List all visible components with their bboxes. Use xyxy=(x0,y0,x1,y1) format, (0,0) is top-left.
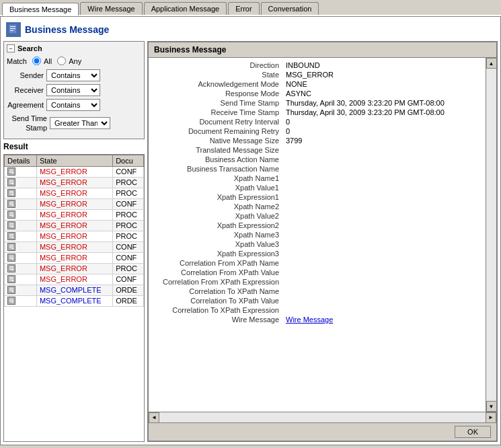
svg-rect-9 xyxy=(9,181,13,182)
send-time-select[interactable]: Greater Than xyxy=(50,117,110,129)
match-all-radio[interactable]: All xyxy=(32,57,52,65)
svg-rect-43 xyxy=(9,270,12,270)
scroll-up-btn[interactable]: ▲ xyxy=(486,58,497,69)
result-table-container[interactable]: Details State Docu MSG_ERRORCONFMSG_ERRO… xyxy=(3,154,145,442)
row-details-icon[interactable] xyxy=(5,263,37,274)
col-doc[interactable]: Docu xyxy=(113,155,144,166)
row-details-icon[interactable] xyxy=(5,209,37,220)
row-state: MSG_ERROR xyxy=(36,209,112,220)
svg-rect-47 xyxy=(9,281,12,281)
match-any-radio[interactable]: Any xyxy=(57,57,81,65)
svg-rect-31 xyxy=(9,237,12,238)
row-details-icon[interactable] xyxy=(5,188,37,198)
svg-rect-34 xyxy=(9,247,13,248)
col-state[interactable]: State xyxy=(36,155,112,166)
field-value xyxy=(283,268,486,277)
result-title: Result xyxy=(3,142,145,151)
sender-select[interactable]: Contains xyxy=(46,69,100,81)
any-radio[interactable] xyxy=(57,57,66,65)
row-details-icon[interactable] xyxy=(5,166,37,177)
row-details-icon[interactable] xyxy=(5,177,37,188)
detail-row: Xpath Expression1 xyxy=(149,192,486,202)
search-header[interactable]: − Search xyxy=(7,44,141,52)
table-row[interactable]: MSG_COMPLETEORDE xyxy=(5,285,144,295)
svg-rect-39 xyxy=(9,259,12,260)
table-row[interactable]: MSG_COMPLETEORDE xyxy=(5,295,144,306)
row-doc: CONF xyxy=(113,166,144,177)
field-value: 0 xyxy=(283,126,486,136)
details-icon xyxy=(7,221,15,229)
table-row[interactable]: MSG_ERRORCONF xyxy=(5,166,144,177)
table-row[interactable]: MSG_ERRORPROC xyxy=(5,209,144,220)
row-details-icon[interactable] xyxy=(5,241,37,252)
svg-rect-11 xyxy=(9,184,12,184)
field-value xyxy=(283,230,486,239)
svg-rect-38 xyxy=(9,258,13,258)
table-row[interactable]: MSG_ERRORPROC xyxy=(5,188,144,198)
detail-scroll-area[interactable]: DirectionINBOUNDStateMSG_ERRORAcknowledg… xyxy=(149,58,486,412)
field-value xyxy=(283,277,486,287)
table-row[interactable]: MSG_ERRORCONF xyxy=(5,198,144,209)
field-value xyxy=(283,202,486,211)
detail-panel: Business Message DirectionINBOUNDStateMS… xyxy=(147,41,498,442)
row-details-icon[interactable] xyxy=(5,295,37,306)
hscroll-left-btn[interactable]: ◄ xyxy=(149,412,159,423)
details-icon xyxy=(7,200,15,208)
row-state: MSG_ERROR xyxy=(36,252,112,263)
svg-rect-3 xyxy=(10,30,13,31)
row-doc: CONF xyxy=(113,241,144,252)
row-details-icon[interactable] xyxy=(5,220,37,231)
main-container: Business Message − Search Match All xyxy=(0,16,501,445)
table-row[interactable]: MSG_ERRORPROC xyxy=(5,177,144,188)
wire-message-link[interactable]: Wire Message xyxy=(286,315,333,324)
agreement-select[interactable]: Contains xyxy=(46,99,100,111)
detail-row: DirectionINBOUND xyxy=(149,61,486,70)
col-details[interactable]: Details xyxy=(5,155,37,166)
row-details-icon[interactable] xyxy=(5,198,37,209)
tab-business-message[interactable]: Business Message xyxy=(2,3,79,15)
receiver-select[interactable]: Contains xyxy=(46,84,100,96)
details-icon xyxy=(7,189,15,197)
match-label: Match xyxy=(7,57,27,65)
hscroll-right-btn[interactable]: ► xyxy=(486,412,496,423)
details-icon xyxy=(7,243,15,251)
detail-content: DirectionINBOUNDStateMSG_ERRORAcknowledg… xyxy=(149,58,496,412)
detail-row: Xpath Name1 xyxy=(149,174,486,183)
table-row[interactable]: MSG_ERRORPROC xyxy=(5,263,144,274)
table-row[interactable]: MSG_ERRORCONF xyxy=(5,274,144,285)
table-row[interactable]: MSG_ERRORCONF xyxy=(5,252,144,263)
search-toggle[interactable]: − xyxy=(7,44,15,52)
row-details-icon[interactable] xyxy=(5,252,37,263)
hscroll-track[interactable] xyxy=(159,412,486,422)
detail-row: Correlation From XPath Expression xyxy=(149,277,486,287)
row-details-icon[interactable] xyxy=(5,274,37,285)
scroll-down-btn[interactable]: ▼ xyxy=(486,401,497,412)
tab-application-message[interactable]: Application Message xyxy=(144,2,227,15)
field-label: Document Retry Interval xyxy=(149,117,283,126)
row-doc: CONF xyxy=(113,198,144,209)
tab-conversation[interactable]: Conversation xyxy=(261,2,319,15)
row-details-icon[interactable] xyxy=(5,285,37,295)
ok-button[interactable]: OK xyxy=(455,426,491,438)
field-value: NONE xyxy=(283,79,486,89)
tab-bar: Business Message Wire Message Applicatio… xyxy=(0,0,501,16)
svg-rect-35 xyxy=(9,248,12,249)
svg-rect-6 xyxy=(9,172,13,172)
table-row[interactable]: MSG_ERRORCONF xyxy=(5,241,144,252)
field-value xyxy=(283,192,486,202)
table-row[interactable]: MSG_ERRORPROC xyxy=(5,220,144,231)
detail-row: Xpath Value2 xyxy=(149,211,486,221)
field-value[interactable]: Wire Message xyxy=(283,315,486,324)
svg-rect-19 xyxy=(9,205,12,206)
detail-row: Document Retry Interval0 xyxy=(149,117,486,126)
table-row[interactable]: MSG_ERRORPROC xyxy=(5,231,144,241)
all-radio[interactable] xyxy=(32,57,41,65)
scrollbar-track[interactable] xyxy=(486,69,496,401)
field-value xyxy=(283,287,486,296)
tab-error[interactable]: Error xyxy=(228,2,259,15)
svg-rect-2 xyxy=(10,28,15,29)
row-details-icon[interactable] xyxy=(5,231,37,241)
svg-rect-26 xyxy=(9,225,13,226)
svg-rect-10 xyxy=(9,182,13,183)
tab-wire-message[interactable]: Wire Message xyxy=(80,2,142,15)
